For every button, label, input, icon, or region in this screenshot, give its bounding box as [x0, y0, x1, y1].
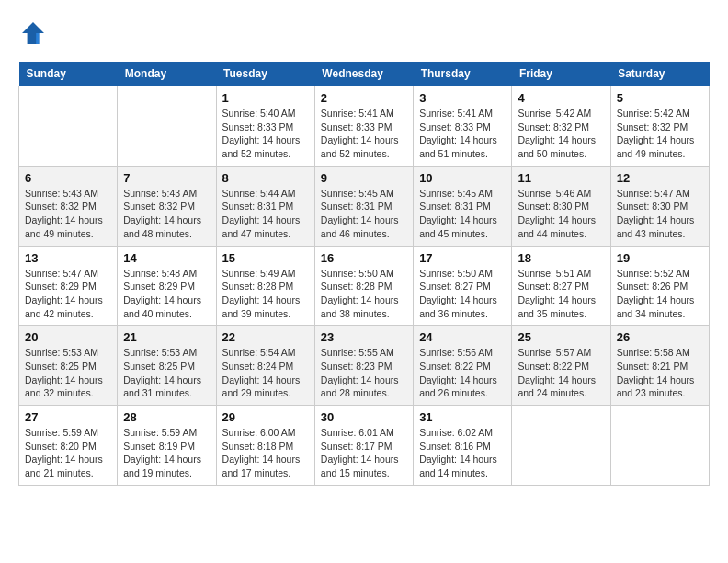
- day-header-monday: Monday: [118, 62, 216, 86]
- day-number: 24: [419, 330, 506, 344]
- day-header-sunday: Sunday: [19, 62, 118, 86]
- calendar-cell: 8Sunrise: 5:44 AM Sunset: 8:31 PM Daylig…: [216, 166, 314, 246]
- day-number: 3: [419, 91, 506, 105]
- calendar-week-4: 20Sunrise: 5:53 AM Sunset: 8:25 PM Dayli…: [19, 326, 710, 406]
- calendar-cell: 2Sunrise: 5:41 AM Sunset: 8:33 PM Daylig…: [314, 86, 413, 167]
- day-header-friday: Friday: [512, 62, 610, 86]
- calendar-cell: 30Sunrise: 6:01 AM Sunset: 8:17 PM Dayli…: [314, 406, 413, 486]
- day-info: Sunrise: 5:42 AM Sunset: 8:32 PM Dayligh…: [617, 107, 703, 161]
- day-number: 31: [419, 410, 506, 424]
- calendar-cell: 4Sunrise: 5:42 AM Sunset: 8:32 PM Daylig…: [512, 86, 610, 167]
- day-header-thursday: Thursday: [414, 62, 512, 86]
- day-info: Sunrise: 5:49 AM Sunset: 8:28 PM Dayligh…: [222, 267, 309, 321]
- day-number: 10: [419, 171, 506, 185]
- calendar-cell: [610, 406, 709, 486]
- calendar-header: SundayMondayTuesdayWednesdayThursdayFrid…: [19, 62, 710, 86]
- day-number: 25: [518, 330, 604, 344]
- day-number: 23: [321, 330, 407, 344]
- day-info: Sunrise: 6:00 AM Sunset: 8:18 PM Dayligh…: [222, 426, 309, 480]
- day-number: 7: [123, 171, 210, 185]
- calendar-cell: 21Sunrise: 5:53 AM Sunset: 8:25 PM Dayli…: [118, 326, 216, 406]
- day-info: Sunrise: 5:58 AM Sunset: 8:21 PM Dayligh…: [617, 346, 703, 400]
- day-info: Sunrise: 5:47 AM Sunset: 8:30 PM Dayligh…: [617, 187, 703, 241]
- day-number: 18: [518, 251, 604, 265]
- day-number: 21: [123, 330, 210, 344]
- calendar-week-5: 27Sunrise: 5:59 AM Sunset: 8:20 PM Dayli…: [19, 406, 710, 486]
- day-number: 17: [419, 251, 506, 265]
- calendar-cell: 11Sunrise: 5:46 AM Sunset: 8:30 PM Dayli…: [512, 166, 610, 246]
- day-info: Sunrise: 5:41 AM Sunset: 8:33 PM Dayligh…: [419, 107, 506, 161]
- calendar-week-1: 1Sunrise: 5:40 AM Sunset: 8:33 PM Daylig…: [19, 86, 710, 167]
- logo-icon: [18, 18, 48, 48]
- day-number: 8: [222, 171, 309, 185]
- day-info: Sunrise: 5:47 AM Sunset: 8:29 PM Dayligh…: [25, 267, 111, 321]
- day-info: Sunrise: 5:48 AM Sunset: 8:29 PM Dayligh…: [123, 267, 210, 321]
- day-number: 4: [518, 91, 604, 105]
- day-info: Sunrise: 5:42 AM Sunset: 8:32 PM Dayligh…: [518, 107, 604, 161]
- calendar-cell: 14Sunrise: 5:48 AM Sunset: 8:29 PM Dayli…: [118, 246, 216, 326]
- calendar-cell: 18Sunrise: 5:51 AM Sunset: 8:27 PM Dayli…: [512, 246, 610, 326]
- day-info: Sunrise: 5:45 AM Sunset: 8:31 PM Dayligh…: [419, 187, 506, 241]
- calendar-cell: 15Sunrise: 5:49 AM Sunset: 8:28 PM Dayli…: [216, 246, 314, 326]
- day-number: 1: [222, 91, 309, 105]
- day-info: Sunrise: 5:53 AM Sunset: 8:25 PM Dayligh…: [123, 346, 210, 400]
- day-number: 30: [321, 410, 407, 424]
- day-info: Sunrise: 5:45 AM Sunset: 8:31 PM Dayligh…: [321, 187, 407, 241]
- day-number: 5: [617, 91, 703, 105]
- calendar-table: SundayMondayTuesdayWednesdayThursdayFrid…: [18, 62, 710, 486]
- day-number: 20: [25, 330, 111, 344]
- header-row: SundayMondayTuesdayWednesdayThursdayFrid…: [19, 62, 710, 86]
- calendar-cell: 10Sunrise: 5:45 AM Sunset: 8:31 PM Dayli…: [414, 166, 512, 246]
- day-number: 29: [222, 410, 309, 424]
- calendar-cell: 12Sunrise: 5:47 AM Sunset: 8:30 PM Dayli…: [610, 166, 709, 246]
- header: [18, 18, 710, 48]
- day-info: Sunrise: 5:59 AM Sunset: 8:19 PM Dayligh…: [123, 426, 210, 480]
- day-number: 22: [222, 330, 309, 344]
- calendar-cell: 16Sunrise: 5:50 AM Sunset: 8:28 PM Dayli…: [314, 246, 413, 326]
- day-number: 12: [617, 171, 703, 185]
- calendar-cell: 28Sunrise: 5:59 AM Sunset: 8:19 PM Dayli…: [118, 406, 216, 486]
- day-number: 9: [321, 171, 407, 185]
- day-info: Sunrise: 5:57 AM Sunset: 8:22 PM Dayligh…: [518, 346, 604, 400]
- day-info: Sunrise: 5:46 AM Sunset: 8:30 PM Dayligh…: [518, 187, 604, 241]
- day-number: 27: [25, 410, 111, 424]
- day-number: 16: [321, 251, 407, 265]
- calendar-cell: 22Sunrise: 5:54 AM Sunset: 8:24 PM Dayli…: [216, 326, 314, 406]
- calendar-cell: 9Sunrise: 5:45 AM Sunset: 8:31 PM Daylig…: [314, 166, 413, 246]
- calendar-cell: 27Sunrise: 5:59 AM Sunset: 8:20 PM Dayli…: [19, 406, 118, 486]
- calendar-week-3: 13Sunrise: 5:47 AM Sunset: 8:29 PM Dayli…: [19, 246, 710, 326]
- calendar-cell: 19Sunrise: 5:52 AM Sunset: 8:26 PM Dayli…: [610, 246, 709, 326]
- day-info: Sunrise: 5:50 AM Sunset: 8:27 PM Dayligh…: [419, 267, 506, 321]
- calendar-cell: 6Sunrise: 5:43 AM Sunset: 8:32 PM Daylig…: [19, 166, 118, 246]
- calendar-cell: 17Sunrise: 5:50 AM Sunset: 8:27 PM Dayli…: [414, 246, 512, 326]
- day-number: 2: [321, 91, 407, 105]
- calendar-cell: [19, 86, 118, 167]
- calendar-cell: 3Sunrise: 5:41 AM Sunset: 8:33 PM Daylig…: [414, 86, 512, 167]
- calendar-cell: 29Sunrise: 6:00 AM Sunset: 8:18 PM Dayli…: [216, 406, 314, 486]
- day-number: 11: [518, 171, 604, 185]
- calendar-cell: 26Sunrise: 5:58 AM Sunset: 8:21 PM Dayli…: [610, 326, 709, 406]
- calendar-cell: 20Sunrise: 5:53 AM Sunset: 8:25 PM Dayli…: [19, 326, 118, 406]
- day-info: Sunrise: 6:02 AM Sunset: 8:16 PM Dayligh…: [419, 426, 506, 480]
- day-header-wednesday: Wednesday: [314, 62, 413, 86]
- day-info: Sunrise: 5:41 AM Sunset: 8:33 PM Dayligh…: [321, 107, 407, 161]
- day-info: Sunrise: 5:50 AM Sunset: 8:28 PM Dayligh…: [321, 267, 407, 321]
- day-info: Sunrise: 5:44 AM Sunset: 8:31 PM Dayligh…: [222, 187, 309, 241]
- day-header-saturday: Saturday: [610, 62, 709, 86]
- day-info: Sunrise: 5:54 AM Sunset: 8:24 PM Dayligh…: [222, 346, 309, 400]
- day-header-tuesday: Tuesday: [216, 62, 314, 86]
- day-info: Sunrise: 5:43 AM Sunset: 8:32 PM Dayligh…: [123, 187, 210, 241]
- day-info: Sunrise: 5:40 AM Sunset: 8:33 PM Dayligh…: [222, 107, 309, 161]
- logo: [18, 18, 53, 48]
- calendar-cell: 13Sunrise: 5:47 AM Sunset: 8:29 PM Dayli…: [19, 246, 118, 326]
- calendar-cell: 23Sunrise: 5:55 AM Sunset: 8:23 PM Dayli…: [314, 326, 413, 406]
- day-number: 15: [222, 251, 309, 265]
- day-number: 28: [123, 410, 210, 424]
- calendar-cell: 31Sunrise: 6:02 AM Sunset: 8:16 PM Dayli…: [414, 406, 512, 486]
- day-info: Sunrise: 5:56 AM Sunset: 8:22 PM Dayligh…: [419, 346, 506, 400]
- day-number: 14: [123, 251, 210, 265]
- day-info: Sunrise: 5:59 AM Sunset: 8:20 PM Dayligh…: [25, 426, 111, 480]
- calendar-week-2: 6Sunrise: 5:43 AM Sunset: 8:32 PM Daylig…: [19, 166, 710, 246]
- svg-marker-0: [22, 22, 44, 44]
- day-info: Sunrise: 5:51 AM Sunset: 8:27 PM Dayligh…: [518, 267, 604, 321]
